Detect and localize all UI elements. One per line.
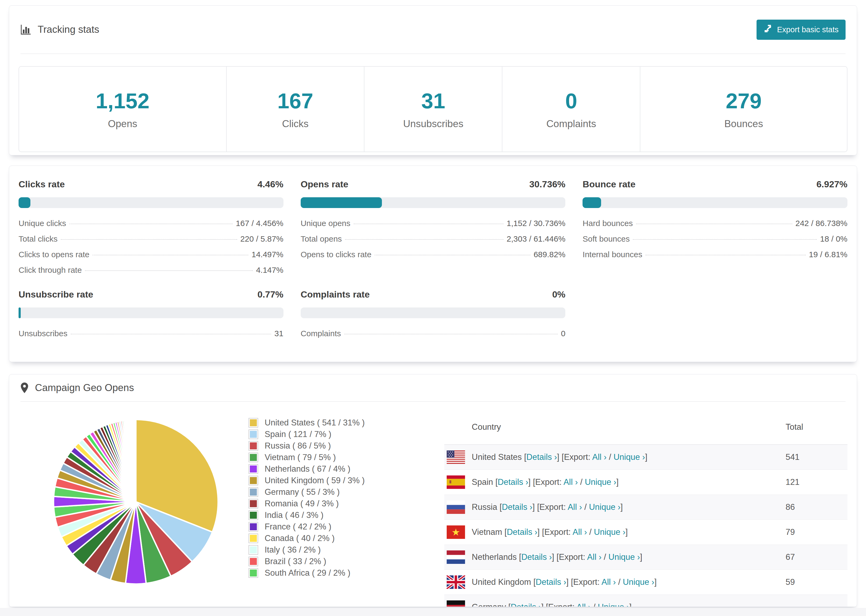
stat-label: Complaints [546,118,596,130]
rate-panel: Bounce rate6.927%Hard bounces242 / 86.73… [583,179,847,281]
rate-progress-bar [583,197,847,208]
legend-item: India ( 46 / 3% ) [249,509,378,521]
bracket: ] [616,477,619,487]
legend-item: South Africa ( 29 / 2% ) [249,567,378,579]
rate-row: Internal bounces19 / 6.81% [583,250,847,266]
dotted-leader [646,255,806,255]
tracking-stats-title: Tracking stats [20,24,99,35]
details-link[interactable]: Details › [536,577,567,587]
rate-progress-fill [583,197,601,208]
rate-row-label: Hard bounces [583,219,633,228]
export-icon [764,24,773,35]
rate-value: 6.927% [817,179,847,190]
export-all-link[interactable]: All › [568,502,582,512]
export-all-link[interactable]: All › [573,527,587,537]
country-name: Russia [472,502,499,512]
legend-swatch [249,453,258,462]
bracket: [ [495,477,498,487]
export-all-link[interactable]: All › [564,477,578,487]
details-link[interactable]: Details › [511,602,542,607]
details-link[interactable]: Details › [498,477,529,487]
bracket: ] [640,552,642,562]
legend-swatch [249,522,258,532]
tracking-stats-card: Tracking stats Export basic stats 1,152O… [9,5,857,156]
total-cell: 79 [786,527,847,537]
legend-item: Brazil ( 33 / 2% ) [249,556,378,567]
legend-item: Spain ( 121 / 7% ) [249,428,378,440]
slash: / [616,577,623,587]
details-link[interactable]: Details › [507,527,537,537]
export-unique-link[interactable]: Unique › [589,502,620,512]
legend-item: Germany ( 55 / 3% ) [249,486,378,498]
export-unique-link[interactable]: Unique › [598,602,629,607]
dotted-leader [354,224,504,224]
legend-swatch [249,441,258,451]
stat-value: 167 [277,89,313,113]
export-all-link[interactable]: All › [587,552,601,562]
export-unique-link[interactable]: Unique › [623,577,654,587]
summary-stat-cell: 31Unsubscribes [364,67,502,152]
export-all-link[interactable]: All › [601,577,616,587]
dotted-leader [85,270,253,271]
rate-row-label: Unique clicks [19,219,66,228]
geo-table-row: Spain [Details ›] [Export: All › / Uniqu… [444,470,847,495]
rate-panel: Clicks rate4.46%Unique clicks167 / 4.456… [19,179,283,281]
rate-row-value: 242 / 86.738% [795,219,848,228]
export-label: Export: [548,602,576,607]
legend-swatch [249,533,258,543]
legend-item: Netherlands ( 67 / 4% ) [249,463,378,475]
export-button-label: Export basic stats [777,25,839,34]
rate-panel-head: Bounce rate6.927% [583,179,847,190]
bracket: ] [625,527,628,537]
export-basic-stats-button[interactable]: Export basic stats [757,20,846,40]
country-cell: Spain [Details ›] [Export: All › / Uniqu… [472,477,786,487]
details-link[interactable]: Details › [526,452,557,462]
bracket: ] [ [532,502,540,512]
legend-label: Vietnam ( 79 / 5% ) [265,453,336,462]
rate-panel: Opens rate30.736%Unique opens1,152 / 30.… [301,179,565,281]
legend-item: Canada ( 40 / 2% ) [249,533,378,544]
ru-flag-icon [446,500,465,514]
rates-card: Clicks rate4.46%Unique clicks167 / 4.456… [9,165,857,362]
dotted-leader [636,224,792,224]
geo-title-wrap: Campaign Geo Opens [20,382,134,393]
rate-row: Complaints0 [301,329,565,344]
stat-label: Unsubscribes [403,118,463,130]
legend-swatch-color [250,454,257,461]
rate-row-label: Click through rate [19,266,82,275]
country-cell: Vietnam [Details ›] [Export: All › / Uni… [472,527,786,537]
export-unique-link[interactable]: Unique › [594,527,625,537]
rate-progress-bar [19,197,283,208]
geo-body: United States ( 541 / 31% )Spain ( 121 /… [9,402,857,607]
rates-grid: Clicks rate4.46%Unique clicks167 / 4.456… [19,179,847,344]
pie-slice-other[interactable] [135,420,136,502]
total-cell: 86 [786,502,847,512]
tracking-stats-header: Tracking stats Export basic stats [9,6,857,53]
stat-value: 1,152 [96,89,150,113]
summary-stat-cell: 0Complaints [502,67,640,152]
export-unique-link[interactable]: Unique › [608,552,640,562]
dotted-leader [345,239,504,240]
legend-item: Italy ( 36 / 2% ) [249,544,378,556]
legend-swatch-color [250,558,257,565]
rate-panel-head: Opens rate30.736% [301,179,565,190]
bracket: ] [ [541,602,548,607]
bracket: [ [499,502,502,512]
export-unique-link[interactable]: Unique › [585,477,616,487]
export-all-link[interactable]: All › [576,602,590,607]
summary-stat-cell: 279Bounces [640,67,847,152]
details-link[interactable]: Details › [502,502,532,512]
legend-label: France ( 42 / 2% ) [265,522,331,532]
geo-table-row: United Kingdom [Details ›] [Export: All … [444,570,847,595]
map-marker-icon [20,382,28,393]
legend-swatch [249,464,258,474]
export-label: Export: [573,577,601,587]
export-all-link[interactable]: All › [592,452,606,462]
bracket: ] [620,502,623,512]
export-unique-link[interactable]: Unique › [614,452,645,462]
rate-rows: Unique opens1,152 / 30.736%Total opens2,… [301,219,565,266]
rate-row-label: Total clicks [19,234,58,244]
legend-item: Vietnam ( 79 / 5% ) [249,451,378,463]
rate-title: Clicks rate [19,179,65,190]
details-link[interactable]: Details › [521,552,552,562]
